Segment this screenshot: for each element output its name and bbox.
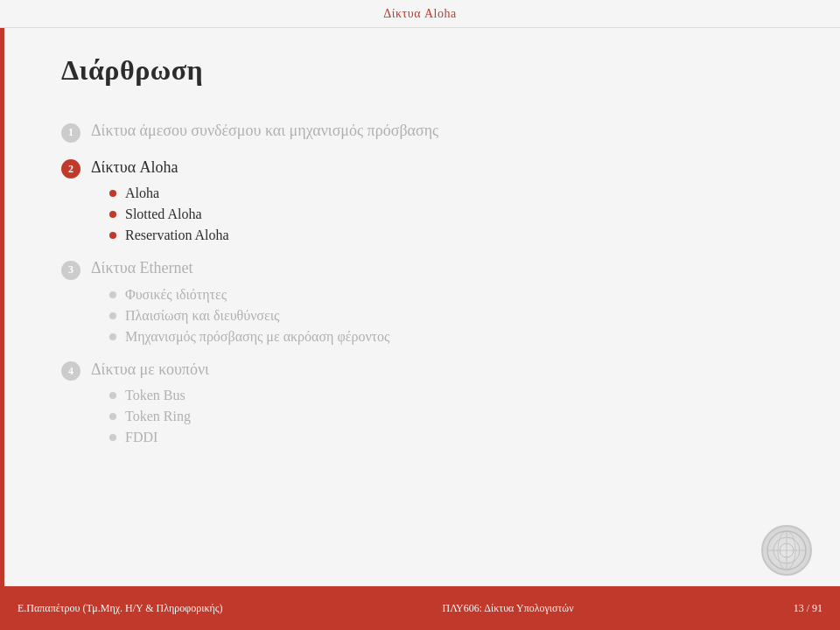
sub-label: Reservation Aloha <box>125 228 229 243</box>
footer-left: Ε.Παπαπέτρου (Τμ.Μηχ. Η/Υ & Πληροφορικής… <box>18 602 222 615</box>
sub-item-2-1: Aloha <box>109 186 788 201</box>
sub-item-3-3: Μηχανισμός πρόσβασης με ακρόαση φέροντος <box>109 329 788 345</box>
item-number-2: 2 <box>61 159 80 178</box>
sub-bullet <box>109 312 116 319</box>
item-label-2: Δίκτυα Aloha <box>91 158 178 177</box>
sub-label: Token Bus <box>125 388 186 403</box>
item-number-3: 3 <box>61 261 80 280</box>
item-number-1: 1 <box>61 123 80 143</box>
outline-item-header-1: 1Δίκτυα άμεσου συνδέσμου και μηχανισμός … <box>61 122 788 143</box>
sub-label: Μηχανισμός πρόσβασης με ακρόαση φέροντος <box>125 329 389 345</box>
sub-bullet <box>109 392 116 399</box>
sub-item-4-3: FDDI <box>109 430 788 445</box>
item-number-4: 4 <box>61 361 80 381</box>
outline-item-4: 4Δίκτυα με κουπόνιToken BusToken RingFDD… <box>61 360 788 446</box>
sub-bullet <box>109 211 116 218</box>
sub-label: Slotted Aloha <box>125 206 202 222</box>
main-content: Διάρθρωση 1Δίκτυα άμεσου συνδέσμου και μ… <box>18 28 822 586</box>
header-bar: Δίκτυα Aloha <box>0 0 840 28</box>
sub-bullet <box>109 434 116 441</box>
outline-item-3: 3Δίκτυα EthernetΦυσικές ιδιότητεςΠλαισίω… <box>61 259 788 345</box>
item-label-4: Δίκτυα με κουπόνι <box>91 360 209 379</box>
sub-label: Πλαισίωση και διευθύνσεις <box>125 308 279 324</box>
sub-list-4: Token BusToken RingFDDI <box>109 388 788 445</box>
logo-svg <box>765 528 808 572</box>
sub-bullet <box>109 190 116 197</box>
page-title: Διάρθρωση <box>61 54 788 87</box>
sub-item-4-1: Token Bus <box>109 388 788 403</box>
sub-label: Aloha <box>125 186 159 201</box>
header-title: Δίκτυα Aloha <box>383 7 456 21</box>
logo-circle <box>761 525 812 576</box>
sub-list-3: Φυσικές ιδιότητεςΠλαισίωση και διευθύνσε… <box>109 287 788 345</box>
sub-bullet <box>109 232 116 239</box>
left-accent-bar <box>0 28 4 586</box>
outline-item-1: 1Δίκτυα άμεσου συνδέσμου και μηχανισμός … <box>61 122 788 143</box>
sub-item-3-2: Πλαισίωση και διευθύνσεις <box>109 308 788 324</box>
outline-list: 1Δίκτυα άμεσου συνδέσμου και μηχανισμός … <box>61 122 788 445</box>
university-logo <box>761 525 814 578</box>
item-label-1: Δίκτυα άμεσου συνδέσμου και μηχανισμός π… <box>91 122 438 140</box>
sub-list-2: AlohaSlotted AlohaReservation Aloha <box>109 186 788 243</box>
sub-item-2-3: Reservation Aloha <box>109 228 788 243</box>
item-label-3: Δίκτυα Ethernet <box>91 259 193 277</box>
footer-center: ΠΛΥ606: Δίκτυα Υπολογιστών <box>442 602 573 615</box>
footer-bar: Ε.Παπαπέτρου (Τμ.Μηχ. Η/Υ & Πληροφορικής… <box>0 586 840 630</box>
outline-item-header-4: 4Δίκτυα με κουπόνι <box>61 360 788 382</box>
sub-label: Token Ring <box>125 409 191 424</box>
sub-item-3-1: Φυσικές ιδιότητες <box>109 287 788 303</box>
outline-item-header-2: 2Δίκτυα Aloha <box>61 158 788 179</box>
footer-right: 13 / 91 <box>794 602 822 615</box>
sub-item-2-2: Slotted Aloha <box>109 206 788 222</box>
sub-label: Φυσικές ιδιότητες <box>125 287 227 303</box>
sub-item-4-2: Token Ring <box>109 409 788 424</box>
sub-bullet <box>109 291 116 298</box>
outline-item-header-3: 3Δίκτυα Ethernet <box>61 259 788 280</box>
sub-bullet <box>109 333 116 340</box>
sub-label: FDDI <box>125 430 158 445</box>
outline-item-2: 2Δίκτυα AlohaAlohaSlotted AlohaReservati… <box>61 158 788 244</box>
sub-bullet <box>109 413 116 420</box>
